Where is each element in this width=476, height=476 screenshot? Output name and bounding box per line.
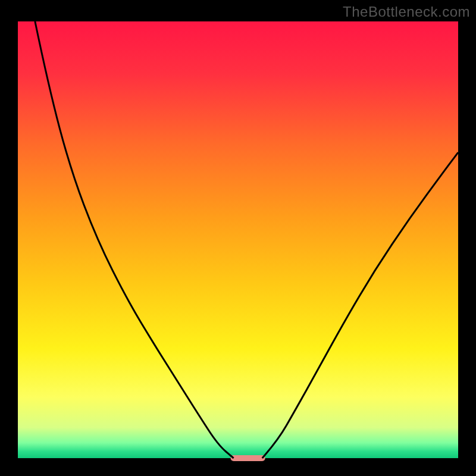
watermark-text: TheBottleneck.com: [343, 4, 470, 20]
bottleneck-chart: [0, 0, 476, 476]
plot-background: [18, 21, 458, 458]
chart-container: { "watermark": "TheBottleneck.com", "cha…: [0, 0, 476, 476]
